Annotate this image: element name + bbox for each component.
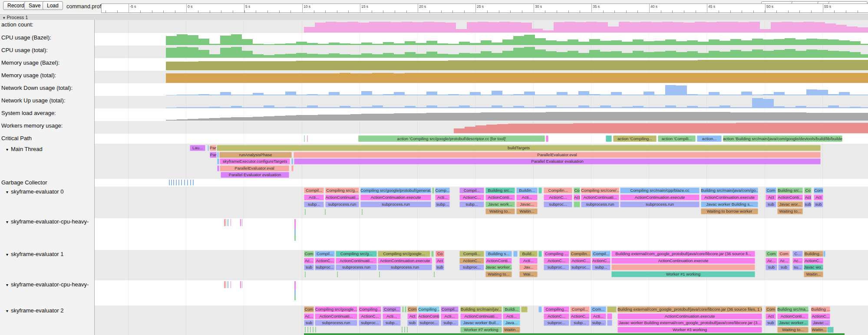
flame-segment[interactable]: Java... bbox=[503, 320, 520, 326]
row-label-skyframe-evaluator-cpu-heavy-2[interactable]: ▾skyframe-evaluator-cpu-heavy- bbox=[6, 281, 89, 288]
flame-segment[interactable]: ActionC... bbox=[544, 313, 569, 319]
flame-segment[interactable]: Compil... bbox=[592, 251, 611, 257]
flame-segment[interactable] bbox=[538, 306, 542, 312]
flame-segment[interactable]: Jav... bbox=[519, 264, 538, 270]
flame-segment[interactable]: Building src/ma... bbox=[777, 306, 809, 312]
flame-segment[interactable]: Compiling src/google/protobuf/generat... bbox=[360, 187, 431, 194]
flame-segment[interactable]: Act bbox=[407, 313, 417, 319]
flame-segment[interactable]: sub bbox=[436, 264, 444, 270]
flame-segment[interactable]: Co bbox=[436, 251, 444, 257]
flame-segment[interactable]: C... bbox=[792, 251, 803, 257]
flame-segment[interactable]: subp... bbox=[459, 201, 484, 207]
flame-segment[interactable]: ActionC... bbox=[592, 258, 611, 264]
flame-segment[interactable]: action... bbox=[697, 135, 722, 142]
flame-segment[interactable]: subproc... bbox=[544, 201, 572, 207]
flame-segment[interactable] bbox=[405, 306, 406, 312]
flame-segment[interactable]: Worker #3 working bbox=[617, 327, 762, 333]
flame-segment[interactable]: Parallel Evaluator evaluation bbox=[294, 158, 821, 164]
flame-segment[interactable] bbox=[432, 187, 434, 194]
flame-segment[interactable]: Javac wo... bbox=[804, 264, 823, 270]
flame-segment[interactable]: sub bbox=[407, 320, 417, 326]
flame-segment[interactable]: Com bbox=[766, 306, 776, 312]
flame-segment[interactable] bbox=[538, 187, 542, 194]
flame-segment[interactable]: Compiling... bbox=[544, 306, 569, 312]
row-label-main-thread[interactable]: ▾Main Thread bbox=[6, 146, 43, 152]
flame-segment[interactable]: Compilin... bbox=[570, 251, 591, 257]
flame-segment[interactable]: ActionConti... bbox=[485, 194, 515, 200]
flame-segment[interactable]: subp... bbox=[591, 320, 606, 326]
flame-segment[interactable]: Act bbox=[766, 194, 776, 200]
flame-segment[interactable]: runAnalysisPhase bbox=[219, 152, 292, 158]
flame-segment[interactable]: Waitin... bbox=[503, 327, 520, 333]
timeline-ruler[interactable]: -5 s0 s5 s10 s15 s20 s25 s30 s35 s40 s45… bbox=[101, 3, 868, 13]
flame-segment[interactable] bbox=[607, 320, 612, 326]
flame-segment[interactable]: Buildin... bbox=[516, 187, 538, 194]
flame-segment[interactable]: Parallel Evaluator evaluation bbox=[221, 172, 289, 178]
flame-segment[interactable]: Javac... bbox=[516, 201, 538, 207]
flame-segment[interactable]: Acti... bbox=[304, 194, 324, 200]
flame-segment[interactable] bbox=[431, 251, 434, 257]
flame-segment[interactable]: sub bbox=[814, 201, 823, 207]
flame-segment[interactable]: subprocess.run bbox=[325, 201, 359, 207]
flame-segment[interactable]: subp... bbox=[592, 264, 611, 270]
flame-segment[interactable]: Lau... bbox=[190, 145, 205, 151]
flame-segment[interactable]: ActionContinuation.execute bbox=[617, 313, 762, 319]
flame-segment[interactable]: ActionC... bbox=[544, 258, 569, 264]
flame-segment[interactable]: ActionConti... bbox=[777, 194, 803, 200]
flame-segment[interactable]: Acti... bbox=[435, 194, 450, 200]
flame-segment[interactable]: Compiling ... bbox=[418, 306, 439, 312]
flame-segment[interactable]: buildTargets bbox=[217, 145, 821, 151]
flame-segment[interactable]: ActionContinuati... bbox=[460, 313, 502, 319]
flame-segment[interactable]: Compiling src/google... bbox=[378, 251, 430, 257]
flame-segment[interactable]: ActionC... bbox=[315, 258, 335, 264]
flame-segment[interactable]: sub bbox=[766, 320, 776, 326]
flame-segment[interactable]: ActionContinuation.execute bbox=[701, 194, 758, 200]
row-label-skyframe-evaluator-1[interactable]: ▾skyframe-evaluator 1 bbox=[6, 251, 63, 257]
flame-segment[interactable]: Building ... bbox=[811, 306, 830, 312]
flame-segment[interactable] bbox=[827, 327, 834, 333]
flame-segment[interactable]: Ac... bbox=[778, 258, 790, 264]
flame-segment[interactable]: action 'Compiling... bbox=[613, 135, 657, 142]
flame-segment[interactable]: Compiling src/core/... bbox=[581, 187, 619, 194]
flame-segment[interactable]: Compiling ... bbox=[544, 251, 569, 257]
row-label-skyframe-evaluator-0[interactable]: ▾skyframe-evaluator 0 bbox=[6, 188, 63, 195]
flame-segment[interactable]: Act bbox=[804, 194, 812, 200]
flame-segment[interactable]: Waiting to... bbox=[777, 208, 803, 214]
flame-segment[interactable]: subp... bbox=[304, 201, 324, 207]
flame-segment[interactable] bbox=[217, 158, 219, 164]
flame-segment[interactable]: ActionC... bbox=[570, 313, 590, 319]
process-header[interactable]: ▾Process 1 bbox=[0, 14, 868, 20]
flame-segment[interactable]: Waitin... bbox=[804, 271, 823, 277]
flame-segment[interactable]: Par bbox=[210, 145, 216, 151]
flame-segment[interactable]: Buildi... bbox=[503, 306, 520, 312]
flame-segment[interactable]: Building s... bbox=[485, 251, 512, 257]
flame-segment[interactable]: Wai... bbox=[519, 271, 538, 277]
flame-segment[interactable]: ActionConti... bbox=[418, 313, 439, 319]
flame-segment[interactable] bbox=[611, 264, 755, 270]
flame-segment[interactable]: subproc... bbox=[418, 320, 439, 326]
row-label-skyframe-evaluator-2[interactable]: ▾skyframe-evaluator 2 bbox=[6, 307, 63, 314]
flame-segment[interactable]: Compil... bbox=[304, 187, 324, 194]
flame-segment[interactable]: Acti... bbox=[441, 313, 459, 319]
flame-segment[interactable]: Co bbox=[574, 187, 580, 194]
flame-segment[interactable]: subprocess.run bbox=[620, 201, 700, 207]
flame-segment[interactable]: Compiling src/google... bbox=[315, 306, 357, 312]
flame-segment[interactable]: Ac... bbox=[792, 258, 803, 264]
flame-segment[interactable]: action 'Compili... bbox=[658, 135, 696, 142]
flame-segment[interactable]: Javac worker Building s... bbox=[701, 201, 758, 207]
flame-segment[interactable]: subproc... bbox=[570, 264, 591, 270]
flame-segment[interactable]: subprocess.run bbox=[360, 201, 431, 207]
flame-segment[interactable]: Compil... bbox=[441, 306, 459, 312]
flame-segment[interactable]: Javac ... bbox=[811, 320, 830, 326]
flame-segment[interactable] bbox=[574, 201, 580, 207]
flame-segment[interactable] bbox=[538, 251, 542, 257]
flame-segment[interactable]: Acti... bbox=[519, 258, 538, 264]
flame-segment[interactable]: Com bbox=[766, 187, 776, 194]
flame-segment[interactable]: subp... bbox=[441, 320, 459, 326]
flame-segment[interactable]: Com bbox=[304, 251, 314, 257]
flame-segment[interactable]: Act bbox=[814, 194, 823, 200]
flame-segment[interactable]: sub bbox=[766, 201, 776, 207]
flame-segment[interactable]: ActionContinuati... bbox=[336, 258, 377, 264]
flame-segment[interactable] bbox=[402, 306, 404, 312]
flame-segment[interactable]: Com bbox=[766, 251, 777, 257]
